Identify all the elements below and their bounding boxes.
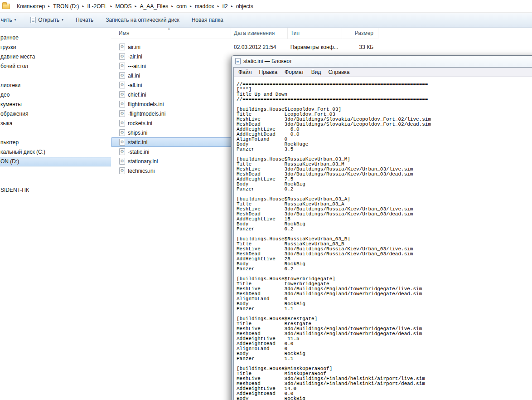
ini-file-icon [119, 120, 125, 127]
ini-file-icon [119, 129, 125, 136]
sidebar-item[interactable]: део [0, 90, 111, 100]
file-name-cell: air.ini [111, 44, 231, 50]
notepad-menu-item[interactable]: Справка [324, 69, 353, 75]
sort-ascending-icon: ▴ [168, 27, 170, 30]
file-name: -all.ini [128, 82, 142, 88]
notepad-menu-item[interactable]: Правка [256, 69, 281, 75]
file-date: 02.03.2012 21:54 [231, 44, 288, 50]
file-name: ---air.ini [128, 63, 146, 69]
notepad-text-area[interactable]: //======================================… [234, 77, 532, 400]
notepad-menu-item[interactable]: Формат [281, 69, 308, 75]
notepad-title-bar[interactable]: static.ini — Блокнот [232, 56, 532, 67]
notepad-menu-item[interactable]: Файл [235, 69, 256, 75]
navigation-pane: ранноегрузкидавние местабочий столлиотек… [0, 28, 111, 400]
column-header[interactable]: Дата изменения [231, 28, 288, 39]
sidebar-item[interactable]: кументы [0, 100, 111, 109]
breadcrumb-item[interactable]: TRON (D:) [50, 3, 82, 10]
ini-file-icon [119, 91, 125, 98]
sidebar-item[interactable]: давние места [0, 52, 111, 62]
file-name: chief.ini [128, 92, 146, 98]
breadcrumb-item[interactable]: IL-2OFL [84, 3, 110, 10]
sidebar-item[interactable]: ранное [0, 33, 111, 43]
notepad-icon [235, 58, 241, 64]
toolbar-button[interactable]: Печать [72, 14, 97, 26]
file-name-cell: -flightmodels.ini [111, 110, 231, 117]
command-toolbar: чить▾Открыть▾ПечатьЗаписать на оптически… [0, 13, 532, 28]
sidebar-item[interactable]: грузки [0, 43, 111, 52]
column-header[interactable]: Тип [288, 28, 342, 39]
sidebar-item[interactable]: бочий стол [0, 62, 111, 71]
file-name-cell: stationary.ini [111, 158, 231, 165]
sidebar-item[interactable]: SIDENT-ПК [0, 185, 111, 195]
ini-file-icon [119, 167, 125, 174]
file-row[interactable]: air.ini02.03.2012 21:54Параметры конф...… [111, 42, 378, 52]
dropdown-arrow-icon: ▾ [15, 18, 16, 22]
desktop-stage: Компьютер▸TRON (D:)▸IL-2OFL▸MODS▸A_AA_Fi… [0, 0, 532, 400]
ini-file-icon [119, 53, 125, 60]
ini-file-icon [119, 82, 125, 88]
dropdown-arrow-icon: ▾ [62, 18, 63, 22]
file-name-cell: -static.ini [111, 148, 231, 155]
notepad-menu-item[interactable]: Вид [308, 69, 325, 75]
toolbar-button-label: Новая папка [192, 17, 223, 23]
file-name-cell: -air.ini [111, 53, 231, 60]
breadcrumb-item[interactable]: A_AA_Files [137, 3, 171, 10]
document-icon [30, 17, 36, 23]
file-name-cell: flightmodels.ini [111, 101, 231, 107]
sidebar-group: ранноегрузкидавние местабочий стол [0, 33, 111, 71]
file-name-cell: chief.ini [111, 91, 231, 98]
toolbar-button[interactable]: чить▾ [0, 14, 20, 26]
toolbar-button[interactable]: Новая папка [188, 14, 227, 26]
breadcrumb-item[interactable]: maddox [192, 3, 217, 10]
toolbar-button[interactable]: Записать на оптический диск [102, 14, 184, 26]
file-name-cell: -all.ini [111, 82, 231, 88]
ini-file-icon [119, 148, 125, 155]
breadcrumb-item[interactable]: Компьютер [14, 3, 48, 10]
sidebar-group: SIDENT-ПК [0, 185, 111, 195]
ini-file-icon [119, 110, 125, 117]
sidebar-item[interactable]: кальный диск (C:) [0, 147, 111, 157]
sidebar-item[interactable]: ON (D:) [0, 157, 111, 166]
toolbar-button-label: Записать на оптический диск [106, 17, 179, 23]
file-name: all.ini [128, 73, 140, 79]
toolbar-button-label: Печать [76, 17, 93, 23]
file-name-cell: ---air.ini [111, 63, 231, 69]
toolbar-button[interactable]: Открыть▾ [26, 14, 68, 26]
file-name-cell: all.ini [111, 72, 231, 79]
file-name-cell: rockets.ini [111, 120, 231, 127]
file-name-cell: static.ini [111, 139, 231, 146]
ini-file-icon [119, 72, 125, 79]
sidebar-item[interactable]: пьютер [0, 138, 111, 147]
column-header[interactable]: Имя▴ [111, 28, 231, 39]
breadcrumb-item[interactable]: il2 [220, 3, 231, 10]
file-name: -static.ini [128, 149, 149, 155]
address-bar[interactable]: Компьютер▸TRON (D:)▸IL-2OFL▸MODS▸A_AA_Fi… [0, 0, 532, 13]
ini-file-icon [119, 63, 125, 69]
sidebar-group: лиотекидеокументыображениязыка [0, 81, 111, 128]
file-name: static.ini [128, 139, 147, 146]
sidebar-item[interactable]: лиотеки [0, 81, 111, 90]
file-name-cell: ships.ini [111, 129, 231, 136]
sidebar-item[interactable]: ображения [0, 109, 111, 119]
ini-file-icon [119, 158, 125, 165]
file-name: flightmodels.ini [128, 101, 164, 107]
breadcrumb-item[interactable]: MODS [113, 3, 135, 10]
file-name: technics.ini [128, 168, 155, 174]
sidebar-group: пьютеркальный диск (C:)ON (D:) [0, 138, 111, 166]
ini-file-icon [119, 101, 125, 107]
column-header[interactable]: Размер [342, 28, 378, 39]
breadcrumb-item[interactable]: com [174, 3, 189, 10]
notepad-window-title: static.ini — Блокнот [243, 58, 292, 64]
notepad-window: static.ini — Блокнот ФайлПравкаФорматВид… [231, 55, 532, 400]
file-size: 33 КБ [342, 44, 378, 50]
notepad-client-area: ФайлПравкаФорматВидСправка //===========… [233, 67, 532, 400]
breadcrumb-item[interactable]: objects [233, 3, 256, 10]
file-name: air.ini [128, 44, 140, 50]
file-name: rockets.ini [128, 120, 152, 127]
sidebar-item[interactable]: зыка [0, 119, 111, 128]
file-name: -air.ini [128, 54, 142, 60]
file-name: stationary.ini [128, 158, 158, 165]
breadcrumb: Компьютер▸TRON (D:)▸IL-2OFL▸MODS▸A_AA_Fi… [14, 0, 256, 12]
file-name: -flightmodels.ini [128, 111, 165, 117]
file-type: Параметры конф... [288, 44, 342, 50]
